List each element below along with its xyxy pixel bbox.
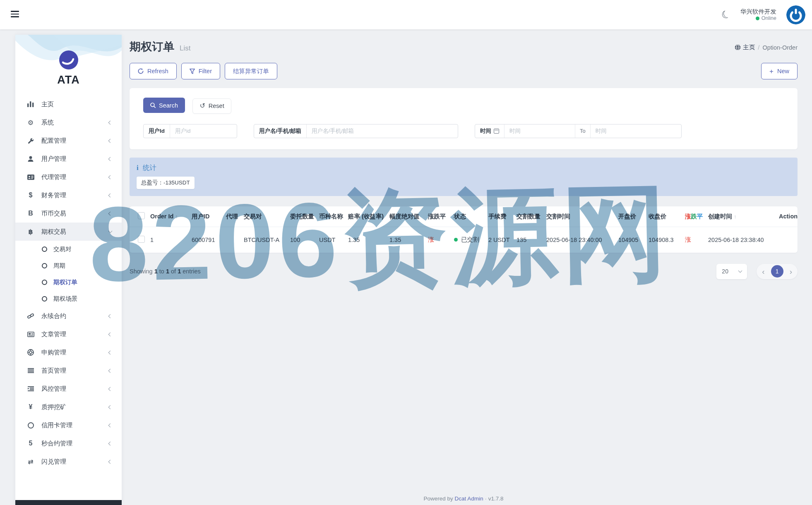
chevron-down-icon [738,268,742,273]
breadcrumb: 主页 / Option-Order [735,43,798,51]
sidebar-item-home[interactable]: 主页 [15,95,122,113]
cell-action [776,227,798,253]
breadcrumb-current: Option-Order [762,44,798,51]
sidebar-item-label: 质押挖矿 [41,403,66,411]
sidebar-item-staking[interactable]: ¥ 质押挖矿 [15,398,122,416]
user-icon [26,156,35,162]
prev-page-button[interactable]: ‹ [761,268,765,275]
user-id-input[interactable] [170,124,237,138]
settle-abnormal-orders-button[interactable]: 结算异常订单 [225,63,277,79]
table-row: 1 6000791 BTC/USDT-A 100 USDT 1.35 1.35 … [130,227,798,253]
sidebar-item-homepage[interactable]: 首页管理 [15,361,122,380]
refresh-button[interactable]: Refresh [130,63,177,79]
sidebar-item-label: 主页 [41,101,54,108]
sidebar-subitem-trading-pairs[interactable]: 交易对 [15,241,122,257]
filter-button[interactable]: Filter [181,63,220,79]
time-range-filter-group: 时间 To [475,124,682,138]
breadcrumb-home-link[interactable]: 主页 [735,43,755,51]
sidebar-subitem-option-scenes[interactable]: 期权场景 [15,290,122,307]
row-checkbox[interactable] [138,236,145,243]
avatar[interactable] [786,5,805,24]
per-page-select[interactable]: 20 [716,264,747,279]
sidebar-item-label: 周期 [53,262,65,270]
search-icon [150,103,156,108]
col-agent: 代理 [223,206,241,227]
user-id-label: 用户Id [144,124,170,138]
link-icon [26,313,35,319]
sidebar-item-risk-control[interactable]: 风控管理 [15,380,122,398]
chevron-left-icon [108,193,113,197]
sidebar-item-system[interactable]: ⚙ 系统 [15,113,122,132]
cell-delivery-time: 2025-06-18 23:40:00 [544,227,616,253]
next-page-button[interactable]: › [789,268,793,275]
letter-b-icon: B [26,210,35,217]
time-start-input[interactable] [504,124,575,138]
circle-icon [42,280,47,285]
search-panel: Search ↺ Reset 用户Id 用户名/手机/邮箱 时间 [130,88,798,149]
to-label: To [575,124,591,138]
sidebar-item-label: 信用卡管理 [41,421,72,429]
search-button[interactable]: Search [143,98,185,113]
sidebar-subitem-periods[interactable]: 周期 [15,257,122,274]
sidebar-item-agents[interactable]: 代理管理 [15,168,122,186]
exchange-icon: ⇄ [26,458,35,466]
sidebar-item-perpetual[interactable]: 永续合约 [15,307,122,325]
sidebar-item-flash-exchange[interactable]: ⇄ 闪兑管理 [15,452,122,471]
sidebar-subitem-option-orders[interactable]: 期权订单 [15,274,122,290]
table-header-row: Order Id↑ 用户ID 代理 交易对 委托数量 币种名称 赔率 (收益率)… [130,206,798,227]
id-card-icon [26,175,35,180]
refresh-icon [138,68,144,74]
col-order-id[interactable]: Order Id↑ [148,206,189,227]
sidebar-item-users[interactable]: 用户管理 [15,150,122,168]
chart-bar-icon [26,101,35,107]
sidebar-item-label: 交易对 [53,245,72,253]
dcat-admin-link[interactable]: Dcat Admin [455,495,483,502]
chevron-down-icon [108,229,113,233]
col-created-at[interactable]: 创建时间↑ [706,206,776,227]
table-footer: Showing 1 to 1 of 1 entries 20 ‹ 1 › [130,264,798,279]
chevron-left-icon [108,120,113,124]
cell-delivery-amount: 135 [514,227,544,253]
new-button[interactable]: + New [761,63,798,79]
time-end-input[interactable] [591,124,681,138]
pagination: ‹ 1 › [757,264,798,279]
sidebar-item-credit-card[interactable]: 信用卡管理 [15,416,122,434]
user-meta: 华兴软件开发 Online [740,8,776,22]
chevron-left-icon [108,441,113,445]
sidebar-item-label: 闪兑管理 [41,458,66,466]
funnel-icon [190,69,195,74]
col-user-id: 用户ID [189,206,223,227]
reset-button[interactable]: ↺ Reset [192,98,231,114]
cell-coin: USDT [317,227,346,253]
version-label: v1.7.8 [488,495,504,502]
chevron-left-icon [108,405,113,409]
col-action: Action [776,206,798,227]
chevron-left-icon [108,387,113,391]
user-name: 华兴软件开发 [740,8,776,15]
dark-mode-icon[interactable]: ☾ [719,7,733,22]
five-icon: 5 [26,440,35,447]
col-amount: 委托数量 [288,206,317,227]
sidebar-toggle-icon[interactable] [11,11,19,19]
select-all-checkbox[interactable] [138,212,145,219]
page-subtitle: List [180,44,190,53]
brand-logo-icon [59,50,78,69]
current-page-button[interactable]: 1 [771,265,783,278]
status-dot-icon [454,238,458,242]
sidebar-item-label: 期权交易 [41,228,66,236]
sidebar-item-config[interactable]: 配置管理 [15,132,122,150]
wrench-icon [26,138,35,144]
chevron-left-icon [108,175,113,179]
col-close-price: 收盘价 [646,206,682,227]
sidebar-item-articles[interactable]: 文章管理 [15,325,122,343]
sidebar-item-spot-trade[interactable]: B 币币交易 [15,204,122,223]
cell-amount: 100 [288,227,317,253]
sidebar-item-finance[interactable]: $ 财务管理 [15,186,122,204]
brand-name: ATA [15,74,122,86]
sidebar-item-subscription[interactable]: 申购管理 [15,343,122,361]
account-input[interactable] [307,124,458,138]
sidebar-item-second-contract[interactable]: 5 秒合约管理 [15,434,122,452]
sidebar-item-options-trade[interactable]: ฿ 期权交易 [15,223,122,241]
sidebar-item-label: 秒合约管理 [41,440,72,448]
chevron-left-icon [108,157,113,161]
